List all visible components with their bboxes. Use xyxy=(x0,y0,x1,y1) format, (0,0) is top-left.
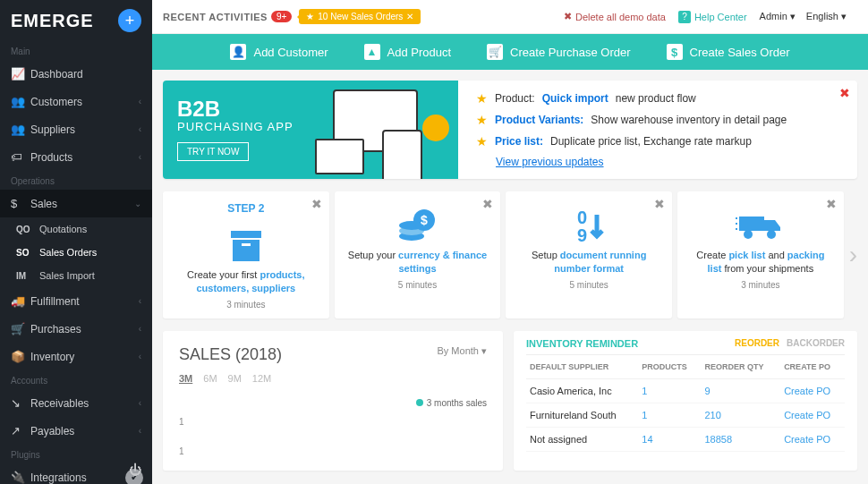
sidebar-subitem-sales-orders[interactable]: SO Sales Orders xyxy=(0,241,152,264)
svg-rect-10 xyxy=(739,217,764,231)
close-step-button[interactable]: ✖ xyxy=(826,197,837,211)
create-sales-order-button[interactable]: $Create Sales Order xyxy=(667,44,790,60)
supplier-cell: Casio America, Inc xyxy=(526,378,638,403)
power-icon[interactable]: ⏻ xyxy=(129,463,141,477)
sidebar-item-fulfillment[interactable]: 🚚 Fulfillment ‹ xyxy=(0,287,152,315)
chevron-icon: ‹ xyxy=(139,296,141,306)
view-previous-updates-link[interactable]: View previous updates xyxy=(496,156,839,168)
sidebar-item-customers[interactable]: 👥 Customers ‹ xyxy=(0,88,152,115)
create-purchase-order-button[interactable]: 🛒Create Purchase Order xyxy=(487,44,630,60)
sidebar-item-suppliers[interactable]: 👥 Suppliers ‹ xyxy=(0,115,152,143)
user-dropdown[interactable]: Admin ▾ xyxy=(760,11,796,22)
sidebar-subitem-sales-import[interactable]: IM Sales Import xyxy=(0,264,152,287)
sidebar-section-label: Operations xyxy=(0,171,152,190)
sidebar-item-label: Suppliers xyxy=(30,123,75,136)
chevron-icon: ‹ xyxy=(139,97,141,106)
try-it-now-button[interactable]: TRY IT NOW xyxy=(177,142,249,161)
new-sales-orders-badge[interactable]: ★ 10 New Sales Orders ✕ xyxy=(299,9,421,24)
step-description: Setup document running number format xyxy=(518,249,660,276)
sales-card: By Month ▾ SALES (2018) 3M6M9M12M 3 mont… xyxy=(163,331,503,471)
setup-step-card: ✖ Create pick list and packing list from… xyxy=(677,191,844,318)
announcement-link[interactable]: Product Variants: xyxy=(495,114,583,126)
sub-code: SO xyxy=(16,248,39,258)
reorder-qty-cell[interactable]: 18858 xyxy=(701,427,780,451)
announcement-link[interactable]: Price list: xyxy=(495,135,543,148)
truck-icon xyxy=(690,202,831,249)
sidebar-item-label: Payables xyxy=(30,425,74,437)
help-icon: ? xyxy=(678,11,691,23)
help-center-link[interactable]: ? Help Center xyxy=(678,11,747,23)
close-announcement-button[interactable]: ✖ xyxy=(839,86,850,100)
add-button[interactable]: + xyxy=(118,9,141,32)
out-icon: ↗ xyxy=(11,424,30,437)
chart-y-axis: 1 xyxy=(179,408,487,427)
content: B2B PURCHASING APP TRY IT NOW ★ Product:… xyxy=(152,70,868,484)
sidebar-item-payables[interactable]: ↗ Payables ‹ xyxy=(0,417,152,445)
create-po-link[interactable]: Create PO xyxy=(780,403,845,427)
language-dropdown[interactable]: English ▾ xyxy=(806,11,847,22)
announcement-line: ★ Product Variants: Show warehouse inven… xyxy=(476,113,839,127)
inventory-row: Casio America, Inc 1 9 Create PO xyxy=(526,378,845,403)
close-step-button[interactable]: ✖ xyxy=(482,197,493,211)
sidebar-item-label: Fulfillment xyxy=(30,295,80,308)
add-customer-button[interactable]: 👤Add Customer xyxy=(230,44,328,60)
recent-activities-count[interactable]: 9+ xyxy=(271,11,292,22)
sidebar-item-products[interactable]: 🏷 Products ‹ xyxy=(0,143,152,171)
step-description: Create pick list and packing list from y… xyxy=(690,249,831,276)
range-9M[interactable]: 9M xyxy=(228,373,242,384)
supplier-cell: Not assigned xyxy=(526,427,638,451)
setup-step-card: ✖ 09 Setup document running number forma… xyxy=(506,191,672,318)
inventory-table: DEFAULT SUPPLIERPRODUCTSREORDER QTYCREAT… xyxy=(526,355,845,452)
sidebar-item-inventory[interactable]: 📦 Inventory ‹ xyxy=(0,343,152,370)
delete-demo-data-link[interactable]: ✖ Delete all demo data xyxy=(564,11,666,22)
products-cell[interactable]: 1 xyxy=(638,403,701,427)
range-3M[interactable]: 3M xyxy=(179,373,192,384)
reorder-qty-cell[interactable]: 9 xyxy=(701,378,780,403)
sidebar-subitem-quotations[interactable]: QO Quotations xyxy=(0,217,152,241)
chart-icon: 📈 xyxy=(11,67,30,81)
chevron-icon: ‹ xyxy=(139,398,141,408)
dollar-icon: $ xyxy=(667,44,683,60)
users-icon: 👥 xyxy=(11,123,30,136)
chevron-icon: ‹ xyxy=(139,426,141,436)
inventory-col-header: DEFAULT SUPPLIER xyxy=(526,355,638,379)
inventory-reminder-card: INVENTORY REMINDER REORDERBACKORDER DEFA… xyxy=(514,331,857,471)
announcement-banner: B2B PURCHASING APP TRY IT NOW xyxy=(163,81,458,179)
bag-icon: ▲ xyxy=(364,44,380,60)
inventory-tab-backorder[interactable]: BACKORDER xyxy=(787,338,845,348)
main: RECENT ACTIVITIES 9+ ★ 10 New Sales Orde… xyxy=(152,0,868,484)
close-step-button[interactable]: ✖ xyxy=(311,197,322,211)
sidebar-item-label: Integrations xyxy=(30,471,87,484)
close-step-button[interactable]: ✖ xyxy=(654,197,665,211)
announcement-subtitle: PURCHASING APP xyxy=(177,120,294,133)
announcement-card: B2B PURCHASING APP TRY IT NOW ★ Product:… xyxy=(163,81,857,179)
step-duration: 5 minutes xyxy=(518,280,660,290)
inventory-tab-reorder[interactable]: REORDER xyxy=(735,338,779,348)
star-icon: ★ xyxy=(476,91,488,106)
users-icon: 👥 xyxy=(11,95,30,108)
reorder-qty-cell[interactable]: 210 xyxy=(701,403,780,427)
close-icon[interactable]: ✕ xyxy=(406,12,413,21)
sidebar-item-dashboard[interactable]: 📈 Dashboard xyxy=(0,60,152,88)
range-6M[interactable]: 6M xyxy=(203,373,217,384)
sidebar-item-sales[interactable]: $ Sales ⌄ xyxy=(0,190,152,217)
inventory-row: Furnitureland South 1 210 Create PO xyxy=(526,403,845,427)
announcement-link[interactable]: Quick import xyxy=(542,92,608,105)
inventory-reminder-title: INVENTORY REMINDER xyxy=(526,338,638,349)
chevron-down-icon: ▾ xyxy=(841,11,847,21)
create-po-link[interactable]: Create PO xyxy=(780,378,845,403)
products-cell[interactable]: 1 xyxy=(638,378,701,403)
products-cell[interactable]: 14 xyxy=(638,427,701,451)
sidebar-section-label: Main xyxy=(0,41,152,60)
sidebar-item-receivables[interactable]: ↘ Receivables ‹ xyxy=(0,389,152,417)
next-step-button[interactable]: › xyxy=(849,191,857,318)
create-po-link[interactable]: Create PO xyxy=(780,427,845,451)
sales-period-dropdown[interactable]: By Month ▾ xyxy=(437,345,487,357)
cart-icon: 🛒 xyxy=(11,322,30,335)
range-12M[interactable]: 12M xyxy=(252,373,271,384)
in-icon: ↘ xyxy=(11,396,30,410)
add-product-button[interactable]: ▲Add Product xyxy=(364,44,452,60)
brand-logo: EMERGE xyxy=(11,11,94,31)
person-icon: 👤 xyxy=(230,44,246,60)
sidebar-item-purchases[interactable]: 🛒 Purchases ‹ xyxy=(0,315,152,343)
